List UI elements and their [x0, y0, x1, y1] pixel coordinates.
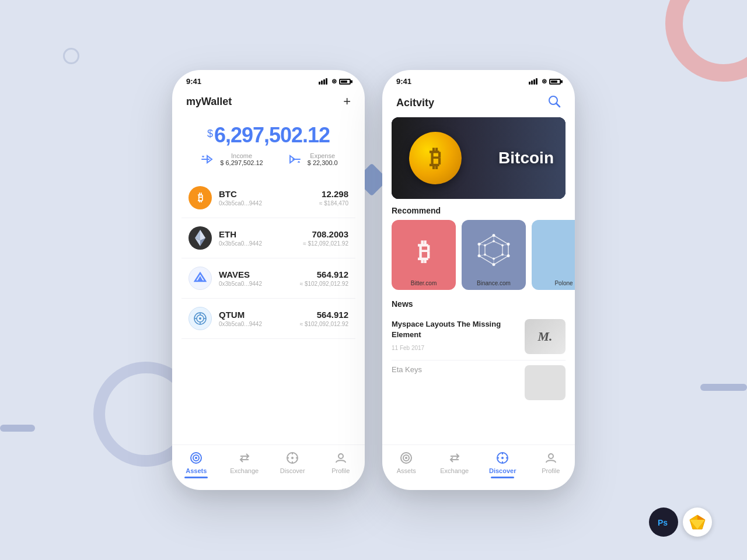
- svg-point-57: [501, 457, 504, 459]
- btc-address: 0x3b5ca0...9442: [219, 200, 312, 206]
- discover-icon: [285, 451, 299, 465]
- photoshop-icon: Ps: [649, 508, 678, 537]
- eth-values: 708.2003 ≈ $12,092,021.92: [303, 229, 348, 247]
- right-nav-profile[interactable]: Profile: [527, 451, 575, 478]
- svg-point-62: [549, 454, 553, 459]
- coin-item-btc[interactable]: ₿ BTC 0x3b5ca0...9442 12.298 ≈ $184,470: [181, 178, 355, 218]
- right-nav-discover[interactable]: Discover: [479, 451, 527, 478]
- coin-item-qtum[interactable]: QTUM 0x3b5ca0...9442 564.912 ≈ $102,092,…: [181, 299, 355, 339]
- profile-icon: [334, 451, 348, 465]
- news-title: News: [382, 292, 575, 313]
- btc-name: BTC: [219, 189, 312, 199]
- left-time: 9:41: [186, 77, 201, 86]
- exchange-icon: [238, 451, 252, 465]
- balance-amount: $ 6,297,502.12: [186, 123, 351, 148]
- nav-profile[interactable]: Profile: [317, 451, 365, 478]
- add-button[interactable]: +: [343, 95, 351, 108]
- recommend-title: Recommend: [382, 199, 575, 220]
- waves-usd: ≈ $102,092,012.92: [300, 281, 348, 287]
- right-wifi-icon: ⊛: [542, 78, 547, 85]
- right-nav-assets[interactable]: Assets: [382, 451, 431, 478]
- battery-icon: [339, 79, 351, 85]
- bg-bar-left: [0, 425, 35, 432]
- expense-label: Expense: [308, 152, 338, 159]
- expense-icon: [287, 153, 303, 165]
- news-thumb-icon-1: M.: [537, 329, 552, 344]
- network-icon: [476, 233, 511, 270]
- news-item-1[interactable]: Myspace Layouts The Missing Element 11 F…: [392, 313, 566, 360]
- balance-section: $ 6,297,502.12 Income $ 6,: [172, 117, 365, 178]
- nav-exchange-label: Exchange: [230, 467, 259, 474]
- bg-bar-right: [700, 384, 747, 391]
- waves-address: 0x3b5ca0...9442: [219, 281, 293, 287]
- right-bottom-nav: Assets Exchange: [382, 444, 575, 490]
- eth-usd: ≈ $12,092,021.92: [303, 240, 348, 247]
- svg-point-55: [405, 457, 407, 459]
- news-item-2[interactable]: Eta Keys: [392, 360, 566, 405]
- expense-item: Expense $ 22,300.0: [287, 152, 338, 166]
- nav-active-indicator: [184, 477, 208, 478]
- right-status-bar: 9:41 ⊛: [382, 70, 575, 90]
- hero-bitcoin-text: Bitcoin: [498, 149, 554, 167]
- waves-amount: 564.912: [300, 270, 348, 279]
- svg-point-30: [338, 454, 343, 459]
- svg-point-23: [195, 457, 197, 459]
- bitcoin-coin: ₿: [409, 132, 462, 184]
- expense-value: $ 22,300.0: [308, 159, 338, 166]
- recommend-list: ₿ Bitter.com: [382, 220, 575, 292]
- nav-discover-label: Discover: [280, 467, 305, 474]
- income-expense: Income $ 6,297,502.12 Expens: [186, 152, 351, 166]
- assets-icon: [189, 451, 203, 465]
- phones-container: 9:41 ⊛ myWallet + $: [172, 70, 575, 490]
- bitcoin-card-icon: ₿: [418, 238, 430, 266]
- recommend-card-bitcoin[interactable]: ₿ Bitter.com: [392, 220, 456, 290]
- news-date-1: 11 Feb 2017: [392, 345, 519, 351]
- qtum-values: 564.912 ≈ $102,092,012.92: [300, 310, 348, 327]
- sketch-icon: [683, 508, 712, 537]
- nav-assets-label: Assets: [186, 467, 207, 474]
- nav-assets[interactable]: Assets: [172, 451, 221, 478]
- income-label: Income: [220, 152, 263, 159]
- left-status-bar: 9:41 ⊛: [172, 70, 365, 90]
- qtum-usd: ≈ $102,092,012.92: [300, 321, 348, 327]
- news-text-2: Eta Keys: [392, 365, 519, 400]
- right-battery-icon: [549, 79, 561, 85]
- btc-usd: ≈ $184,470: [319, 200, 348, 206]
- qtum-info: QTUM 0x3b5ca0...9442: [219, 310, 293, 327]
- nav-discover[interactable]: Discover: [268, 451, 317, 478]
- qtum-name: QTUM: [219, 310, 293, 320]
- waves-icon: [189, 267, 212, 290]
- right-nav-active-indicator: [491, 477, 514, 478]
- right-nav-exchange[interactable]: Exchange: [431, 451, 479, 478]
- wifi-icon: ⊛: [331, 78, 337, 85]
- right-signal-icon: [529, 78, 537, 85]
- news-text-1: Myspace Layouts The Missing Element 11 F…: [392, 319, 519, 351]
- balance-number: 6,297,502.12: [214, 123, 330, 148]
- left-bottom-nav: Assets Exchange: [172, 444, 365, 490]
- income-text: Income $ 6,297,502.12: [220, 152, 263, 166]
- search-icon[interactable]: [548, 95, 561, 110]
- qtum-address: 0x3b5ca0...9442: [219, 321, 293, 327]
- hero-image: // Will be rendered via template ₿ Bitco…: [392, 117, 566, 199]
- recommend-binance-label: Binance.com: [462, 280, 526, 286]
- right-time: 9:41: [396, 77, 411, 86]
- coin-item-waves[interactable]: WAVES 0x3b5ca0...9442 564.912 ≈ $102,092…: [181, 258, 355, 299]
- recommend-card-polone[interactable]: Polone: [532, 220, 575, 290]
- eth-icon: [189, 226, 212, 250]
- signal-icon: [319, 78, 327, 85]
- left-phone: 9:41 ⊛ myWallet + $: [172, 70, 365, 490]
- right-nav-assets-label: Assets: [397, 467, 416, 474]
- income-icon: [199, 153, 215, 165]
- recommend-card-binance[interactable]: Binance.com: [462, 220, 526, 290]
- dollar-sign: $: [207, 128, 213, 140]
- bg-arc-pink: [665, 0, 747, 82]
- right-nav-profile-label: Profile: [542, 467, 560, 474]
- waves-values: 564.912 ≈ $102,092,012.92: [300, 270, 348, 287]
- right-nav-exchange-label: Exchange: [440, 467, 469, 474]
- news-section: Myspace Layouts The Missing Element 11 F…: [382, 313, 575, 405]
- expense-text: Expense $ 22,300.0: [308, 152, 338, 166]
- coin-item-eth[interactable]: ETH 0x3b5ca0...9442 708.2003 ≈ $12,092,0…: [181, 218, 355, 258]
- eth-amount: 708.2003: [303, 229, 348, 239]
- nav-exchange[interactable]: Exchange: [221, 451, 269, 478]
- btc-info: BTC 0x3b5ca0...9442: [219, 189, 312, 206]
